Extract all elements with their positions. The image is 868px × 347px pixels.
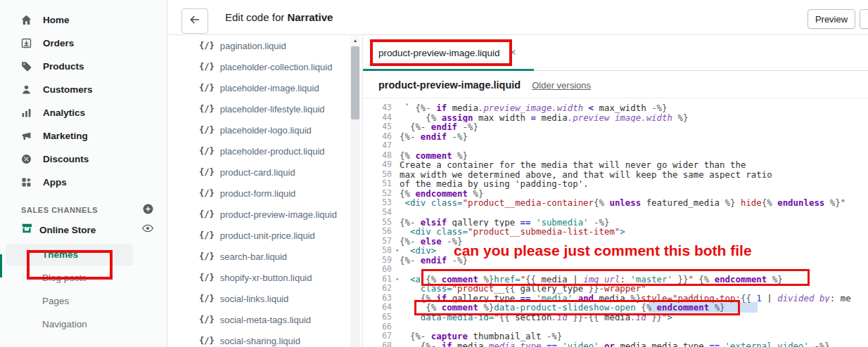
file-item-product-preview-image-liquid[interactable]: {/}product-preview-image.liquid <box>167 204 350 225</box>
tab-close-icon[interactable]: × <box>510 47 516 58</box>
file-name: placeholder-lifestyle.liquid <box>220 104 325 114</box>
code-file-icon: {/} <box>199 125 215 135</box>
code-text: {%- elsif gallery_type == 'submedia' -%} <box>400 218 868 228</box>
sidebar-item-marketing[interactable]: Marketing <box>0 124 167 148</box>
code-text: <a {% comment %}href="{{ media | img_url… <box>400 275 868 284</box>
sidebar-item-pages[interactable]: Pages <box>0 289 167 313</box>
sidebar-item-label: Products <box>43 61 84 72</box>
line-number: 68 <box>363 341 400 347</box>
code-file-icon: {/} <box>199 273 215 282</box>
code-file-icon: {/} <box>199 41 215 51</box>
file-list-scrollbar[interactable]: ▲ <box>350 35 360 347</box>
file-name: search-bar.liquid <box>220 251 287 262</box>
sidebar-item-label: Orders <box>43 38 74 48</box>
code-text: max width we determined above, and that … <box>400 170 868 180</box>
sidebar-item-blog-posts[interactable]: Blog posts <box>0 266 167 289</box>
line-number: 59 <box>363 256 400 266</box>
shopify-code-editor-page: HomeOrdersProductsCustomersAnalyticsMark… <box>0 0 868 347</box>
sidebar-item-products[interactable]: Products <box>0 55 167 78</box>
sidebar-item-apps[interactable]: Apps <box>0 171 167 194</box>
customers-icon <box>20 84 36 96</box>
code-file-icon: {/} <box>199 104 215 114</box>
sidebar-item-online-store[interactable]: Online Store <box>0 219 167 240</box>
file-item-placeholder-collection-liquid[interactable]: {/}placeholder-collection.liquid <box>167 56 350 77</box>
fold-arrow-icon[interactable]: ▾ <box>395 275 399 284</box>
file-name: placeholder-collection.liquid <box>220 62 333 72</box>
sidebar-item-themes[interactable]: Themes <box>0 243 167 266</box>
line-number: 61▾ <box>363 275 400 284</box>
file-item-placeholder-logo-liquid[interactable]: {/}placeholder-logo.liquid <box>167 119 350 140</box>
add-sales-channel-icon[interactable] <box>142 203 154 218</box>
theme-file-list: {/}pagination.liquid{/}placeholder-colle… <box>167 35 350 347</box>
file-name: placeholder-logo.liquid <box>220 125 312 136</box>
line-number: 58▾ <box>363 246 400 256</box>
file-item-placeholder-image-liquid[interactable]: {/}placeholder-image.liquid <box>167 77 350 98</box>
file-item-pagination-liquid[interactable]: {/}pagination.liquid <box>167 35 350 56</box>
scrollbar-up-arrow-icon[interactable]: ▲ <box>350 35 360 46</box>
sidebar-item-customers[interactable]: Customers <box>0 78 167 101</box>
apps-icon <box>20 176 36 188</box>
code-file-icon: {/} <box>199 209 215 219</box>
code-file-icon: {/} <box>199 294 215 303</box>
line-number: 54 <box>363 208 400 218</box>
online-store-subnav: ThemesBlog postsPagesNavigation <box>0 243 167 336</box>
active-tab-underline <box>363 69 534 71</box>
back-button[interactable] <box>181 8 208 34</box>
marketing-icon <box>20 130 36 142</box>
sidebar-item-label: Discounts <box>43 154 89 164</box>
code-line-48: 48{% comment %} <box>363 151 868 161</box>
line-number: 43 <box>363 103 400 113</box>
code-file-icon: {/} <box>199 167 215 177</box>
view-online-store-eye-icon[interactable] <box>141 222 154 237</box>
file-item-shopify-xr-button-liquid[interactable]: {/}shopify-xr-button.liquid <box>167 267 350 288</box>
sidebar-item-navigation[interactable]: Navigation <box>0 313 167 336</box>
file-item-search-bar-liquid[interactable]: {/}search-bar.liquid <box>167 246 350 267</box>
code-line-55: 55{%- elsif gallery_type == 'submedia' -… <box>363 218 868 228</box>
products-icon <box>20 60 36 72</box>
file-name: product-form.liquid <box>220 188 296 199</box>
file-title-row: product-preview-image.liquid Older versi… <box>363 72 868 98</box>
file-item-placeholder-lifestyle-liquid[interactable]: {/}placeholder-lifestyle.liquid <box>167 98 350 119</box>
sidebar: HomeOrdersProductsCustomersAnalyticsMark… <box>0 0 167 347</box>
file-item-social-links-liquid[interactable]: {/}social-links.liquid <box>167 288 350 309</box>
code-line-47: 47 <box>363 141 868 151</box>
line-number: 65 <box>363 313 400 322</box>
file-name: social-sharing.liquid <box>220 336 300 346</box>
line-number: 60 <box>363 265 400 275</box>
older-versions-link[interactable]: Older versions <box>532 80 591 91</box>
sidebar-nav: HomeOrdersProductsCustomersAnalyticsMark… <box>0 0 167 194</box>
line-number: 67 <box>363 332 400 341</box>
scrollbar-thumb[interactable] <box>351 46 359 119</box>
file-name: product-unit-price.liquid <box>220 230 315 241</box>
back-arrow-icon <box>189 13 201 29</box>
file-item-product-card-liquid[interactable]: {/}product-card.liquid <box>167 162 350 183</box>
file-item-social-sharing-liquid[interactable]: {/}social-sharing.liquid <box>167 330 350 347</box>
sales-channels-section: SALES CHANNELS <box>0 202 167 218</box>
code-line-68: 68 {%- if media.media_type == 'video' or… <box>363 341 868 347</box>
fold-arrow-icon[interactable]: ▾ <box>395 246 399 256</box>
annotation-text: can you please just comment this both fi… <box>454 242 752 259</box>
sidebar-item-home[interactable]: Home <box>0 8 167 32</box>
file-item-product-unit-price-liquid[interactable]: {/}product-unit-price.liquid <box>167 225 350 246</box>
sidebar-item-analytics[interactable]: Analytics <box>0 101 167 124</box>
sidebar-item-discounts[interactable]: Discounts <box>0 148 167 171</box>
file-item-product-form-liquid[interactable]: {/}product-form.liquid <box>167 183 350 204</box>
sidebar-item-label: Apps <box>43 177 67 188</box>
code-line-64: 64 {% comment %}data-product-slideshow-o… <box>363 303 868 313</box>
file-item-placeholder-product-liquid[interactable]: {/}placeholder-product.liquid <box>167 140 350 162</box>
preview-button[interactable]: Preview <box>808 9 855 29</box>
line-number: 50 <box>363 170 400 180</box>
file-item-social-meta-tags-liquid[interactable]: {/}social-meta-tags.liquid <box>167 309 350 330</box>
code-text: data-media-id="{{ section.id }}-{{ media… <box>400 313 868 322</box>
tab-product-preview-image[interactable]: product-preview-image.liquid × <box>363 35 533 70</box>
code-text: class="product__{{ gallery_type }}-wrapp… <box>400 284 868 294</box>
sidebar-item-orders[interactable]: Orders <box>0 32 167 55</box>
sidebar-item-label: Analytics <box>43 107 85 118</box>
code-editor[interactable]: 43 ` {%- if media.preview_image.width < … <box>363 98 868 347</box>
code-file-icon: {/} <box>199 336 215 346</box>
partial-button[interactable] <box>860 9 868 29</box>
code-line-43: 43 ` {%- if media.preview_image.width < … <box>363 103 868 113</box>
sidebar-item-label: Customers <box>43 84 93 95</box>
code-line-61: 61▾ <a {% comment %}href="{{ media | img… <box>363 275 868 284</box>
code-text: <div class="product__submedia-list-item"… <box>400 227 868 237</box>
